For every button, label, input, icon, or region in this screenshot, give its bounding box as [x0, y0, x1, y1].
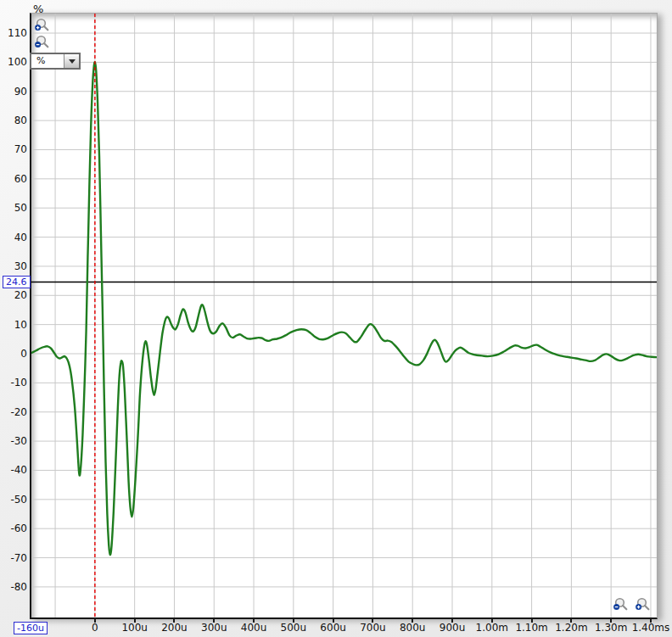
- x-tick-label: 1.10m: [515, 622, 547, 634]
- y-tick-label: -10: [10, 377, 27, 388]
- y-tick-label: -70: [10, 552, 27, 564]
- zoom-out-x-button[interactable]: [613, 597, 629, 613]
- x-axis-tick: [451, 619, 453, 623]
- y-tick-label: 10: [14, 319, 27, 331]
- x-axis-tick: [293, 619, 294, 623]
- y-tick-label: 20: [14, 289, 27, 301]
- y-tick-label: -20: [10, 406, 27, 418]
- x-axis-tick: [570, 619, 572, 623]
- x-axis-tick: [650, 619, 652, 623]
- y-tick-label: 50: [14, 202, 27, 214]
- x-axis-tick: [412, 619, 413, 623]
- y-tick-label: -50: [10, 494, 27, 506]
- x-tick-label: 700u: [360, 622, 386, 634]
- y-tick-label: 110: [8, 27, 27, 39]
- impulse-response-chart-window: % 1101009080706050403020100-10-20-30-40-…: [0, 0, 672, 637]
- unit-selector-value: %: [31, 54, 64, 68]
- x-tick-label: 1.20m: [555, 622, 587, 634]
- x-tick-label: 0: [92, 622, 98, 634]
- x-axis-tick: [134, 619, 136, 623]
- y-tick-label: 60: [14, 173, 27, 185]
- zoom-in-icon: [635, 601, 651, 617]
- zoom-out-icon: [613, 601, 629, 617]
- x-axis-tick: [213, 619, 215, 623]
- y-tick-label: -30: [10, 435, 27, 447]
- x-tick-label: 800u: [400, 622, 426, 634]
- y-tick-label: 30: [14, 260, 27, 272]
- x-tick-label: 1.30m: [595, 622, 627, 634]
- x-axis-tick: [531, 619, 533, 623]
- x-axis-tick: [333, 619, 334, 623]
- impulse-response-trace: [31, 62, 657, 555]
- chevron-down-icon: [69, 59, 76, 64]
- x-tick-label: 1.00m: [476, 622, 508, 634]
- x-axis-tick: [372, 619, 373, 623]
- zoom-out-y-button[interactable]: [34, 35, 50, 51]
- y-tick-label: 40: [14, 232, 27, 243]
- x-axis-tick: [610, 619, 612, 623]
- x-tick-label: 200u: [161, 622, 188, 634]
- chart-plot-area[interactable]: [30, 13, 658, 619]
- x-tick-label: 600u: [320, 622, 346, 634]
- unit-selector-button[interactable]: [64, 54, 79, 68]
- x-axis-tick: [173, 619, 175, 623]
- x-tick-label: 400u: [241, 622, 267, 634]
- y-cursor-readout: 24.6: [3, 276, 31, 288]
- x-tick-label: 900u: [440, 622, 466, 634]
- x-start-readout: -160u: [14, 622, 48, 634]
- y-tick-label: -40: [10, 464, 27, 476]
- x-tick-label: 300u: [201, 622, 227, 634]
- chart-canvas: [31, 14, 657, 617]
- y-tick-label: 100: [8, 56, 27, 68]
- unit-selector-dropdown[interactable]: %: [30, 53, 81, 70]
- y-tick-label: -60: [10, 522, 27, 534]
- y-tick-label: -80: [10, 581, 27, 593]
- y-axis-labels: 1101009080706050403020100-10-20-30-40-50…: [0, 0, 27, 637]
- x-tick-label: 1.40ms: [632, 622, 670, 634]
- x-tick-label: 100u: [121, 622, 148, 634]
- zoom-in-x-button[interactable]: [635, 597, 651, 613]
- x-axis-tick: [253, 619, 255, 623]
- x-axis-tick: [491, 619, 493, 623]
- x-axis-tick: [94, 619, 96, 623]
- y-tick-label: 90: [14, 86, 27, 98]
- y-tick-label: 80: [14, 115, 27, 126]
- y-tick-label: 0: [20, 348, 27, 360]
- zoom-in-y-button[interactable]: [34, 18, 50, 34]
- y-tick-label: 70: [14, 143, 27, 155]
- x-tick-label: 500u: [281, 622, 307, 634]
